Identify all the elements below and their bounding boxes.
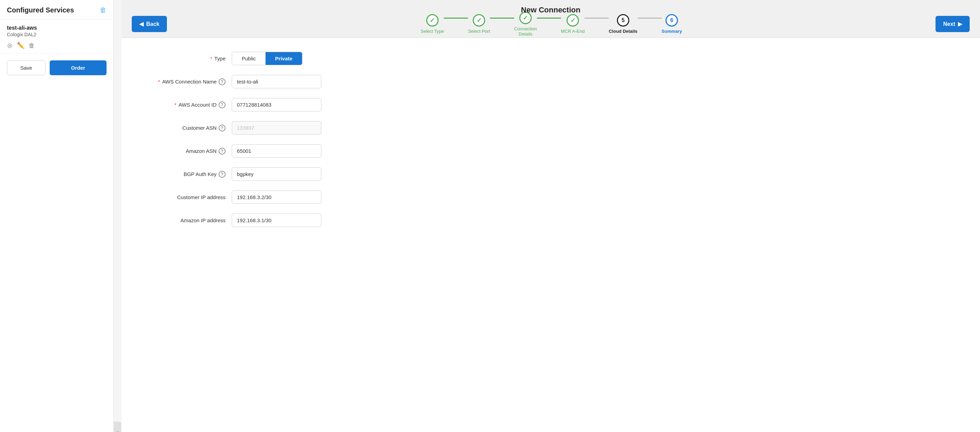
step-label-2: Select Port bbox=[468, 29, 490, 34]
service-name: test-ali-aws bbox=[7, 25, 107, 31]
connector-4 bbox=[584, 18, 609, 19]
amazon-asn-label: Amazon ASN ? bbox=[142, 148, 232, 155]
type-label-text: Type bbox=[214, 56, 226, 61]
step-circle-2: ✓ bbox=[473, 14, 485, 27]
customer-asn-help-icon[interactable]: ? bbox=[219, 124, 226, 131]
order-button[interactable]: Order bbox=[50, 61, 107, 75]
customer-asn-row: Customer ASN ? bbox=[142, 121, 959, 135]
step-label-3: ConnectionDetails bbox=[514, 26, 537, 37]
connector-2 bbox=[490, 18, 514, 19]
page-title: New Connection bbox=[521, 6, 580, 14]
aws-account-id-input[interactable] bbox=[232, 98, 321, 112]
collapse-handle[interactable]: « bbox=[114, 422, 121, 432]
amazon-asn-help-icon[interactable]: ? bbox=[219, 148, 226, 155]
customer-ip-label-text: Customer IP address bbox=[177, 194, 226, 200]
type-private-button[interactable]: Private bbox=[266, 52, 302, 65]
customer-asn-input[interactable] bbox=[232, 121, 321, 135]
type-row: * Type Public Private bbox=[142, 52, 959, 65]
aws-connection-name-label: * AWS Connection Name ? bbox=[142, 78, 232, 85]
aws-acct-help-icon[interactable]: ? bbox=[219, 102, 226, 108]
sidebar: Configured Services 🗑 test-ali-aws Colog… bbox=[0, 0, 114, 432]
main-content: New Connection ◀ Back ✓ Select Type ✓ Se… bbox=[121, 0, 980, 432]
aws-account-id-label: * AWS Account ID ? bbox=[142, 102, 232, 108]
back-button[interactable]: ◀ Back bbox=[132, 16, 167, 32]
amazon-ip-label-text: Amazon IP address bbox=[180, 217, 226, 223]
step-mcr-a-end: ✓ MCR A-End bbox=[561, 14, 585, 34]
amazon-ip-row: Amazon IP address bbox=[142, 214, 959, 227]
amazon-asn-label-text: Amazon ASN bbox=[186, 148, 216, 154]
stepper: ✓ Select Type ✓ Select Port ✓ Connection… bbox=[167, 12, 935, 37]
aws-acct-label-text: AWS Account ID bbox=[179, 102, 216, 108]
step-select-type: ✓ Select Type bbox=[421, 14, 444, 34]
aws-acct-required: * bbox=[175, 102, 177, 108]
amazon-asn-input[interactable] bbox=[232, 144, 321, 158]
step-summary: 6 Summary bbox=[662, 14, 682, 34]
step-label-4: MCR A-End bbox=[561, 29, 585, 34]
connector-3 bbox=[537, 18, 561, 19]
customer-ip-input[interactable] bbox=[232, 190, 321, 204]
aws-account-id-row: * AWS Account ID ? bbox=[142, 98, 959, 112]
type-public-button[interactable]: Public bbox=[232, 52, 266, 65]
step-circle-4: ✓ bbox=[566, 14, 579, 27]
service-close-icon[interactable]: ⊗ bbox=[7, 41, 13, 50]
type-required-star: * bbox=[210, 56, 212, 61]
sidebar-actions: Save Order bbox=[0, 54, 113, 82]
amazon-ip-input[interactable] bbox=[232, 214, 321, 227]
bgp-auth-key-row: BGP Auth Key ? bbox=[142, 167, 959, 181]
sidebar-title: Configured Services bbox=[7, 6, 74, 14]
type-toggle: Public Private bbox=[232, 52, 302, 65]
bgp-auth-key-label-text: BGP Auth Key bbox=[183, 171, 216, 177]
step-label-6: Summary bbox=[662, 29, 682, 34]
next-arrow-icon: ▶ bbox=[958, 21, 962, 27]
customer-ip-label: Customer IP address bbox=[142, 194, 232, 200]
service-icons: ⊗ ✏️ 🗑 bbox=[7, 41, 107, 50]
sidebar-header: Configured Services 🗑 bbox=[0, 0, 113, 19]
step-label-5: Cloud Details bbox=[609, 29, 637, 34]
bgp-auth-key-input[interactable] bbox=[232, 167, 321, 181]
aws-connection-name-row: * AWS Connection Name ? bbox=[142, 75, 959, 88]
step-connection-details: ✓ ConnectionDetails bbox=[514, 12, 537, 37]
aws-conn-label-text: AWS Connection Name bbox=[162, 79, 216, 84]
service-edit-icon[interactable]: ✏️ bbox=[17, 42, 24, 49]
aws-connection-name-input[interactable] bbox=[232, 75, 321, 88]
aws-conn-required: * bbox=[158, 79, 160, 84]
top-bar: New Connection ◀ Back ✓ Select Type ✓ Se… bbox=[121, 0, 980, 38]
aws-conn-help-icon[interactable]: ? bbox=[219, 78, 226, 85]
step-circle-6: 6 bbox=[665, 14, 678, 27]
sidebar-service: test-ali-aws Cologix DAL2 ⊗ ✏️ 🗑 bbox=[0, 19, 113, 54]
amazon-ip-label: Amazon IP address bbox=[142, 217, 232, 223]
next-button-label: Next bbox=[943, 21, 955, 27]
customer-asn-label-text: Customer ASN bbox=[182, 125, 216, 131]
service-sub: Cologix DAL2 bbox=[7, 32, 107, 37]
back-button-label: Back bbox=[146, 21, 159, 27]
customer-ip-row: Customer IP address bbox=[142, 190, 959, 204]
form-area: * Type Public Private * AWS Connection N… bbox=[121, 38, 980, 432]
service-delete-icon[interactable]: 🗑 bbox=[29, 42, 35, 49]
step-circle-1: ✓ bbox=[426, 14, 439, 27]
step-circle-5: 5 bbox=[617, 14, 629, 27]
connector-1 bbox=[444, 18, 468, 19]
step-label-1: Select Type bbox=[421, 29, 444, 34]
step-select-port: ✓ Select Port bbox=[468, 14, 490, 34]
connector-5 bbox=[638, 18, 662, 19]
step-cloud-details: 5 Cloud Details bbox=[609, 14, 637, 34]
save-button[interactable]: Save bbox=[7, 61, 46, 75]
sidebar-trash-icon[interactable]: 🗑 bbox=[100, 6, 107, 14]
customer-asn-label: Customer ASN ? bbox=[142, 124, 232, 131]
type-label: * Type bbox=[142, 56, 232, 61]
bgp-auth-key-help-icon[interactable]: ? bbox=[219, 171, 226, 178]
next-button[interactable]: Next ▶ bbox=[935, 16, 970, 32]
back-arrow-icon: ◀ bbox=[139, 21, 143, 27]
amazon-asn-row: Amazon ASN ? bbox=[142, 144, 959, 158]
bgp-auth-key-label: BGP Auth Key ? bbox=[142, 171, 232, 178]
